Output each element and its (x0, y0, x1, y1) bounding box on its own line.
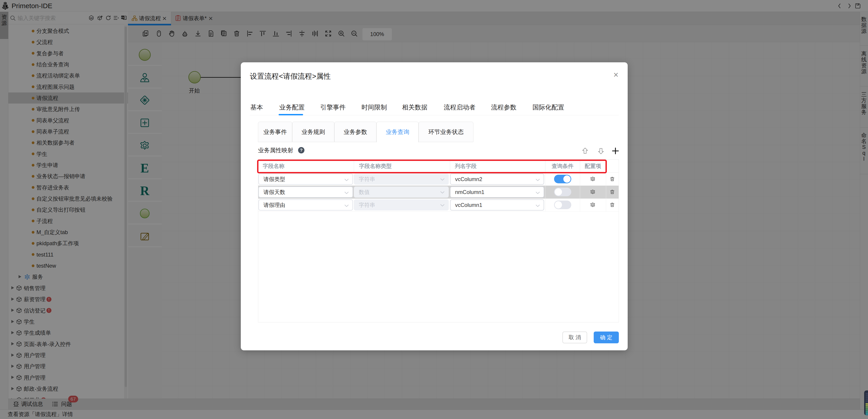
svg-text:?: ? (300, 148, 303, 152)
